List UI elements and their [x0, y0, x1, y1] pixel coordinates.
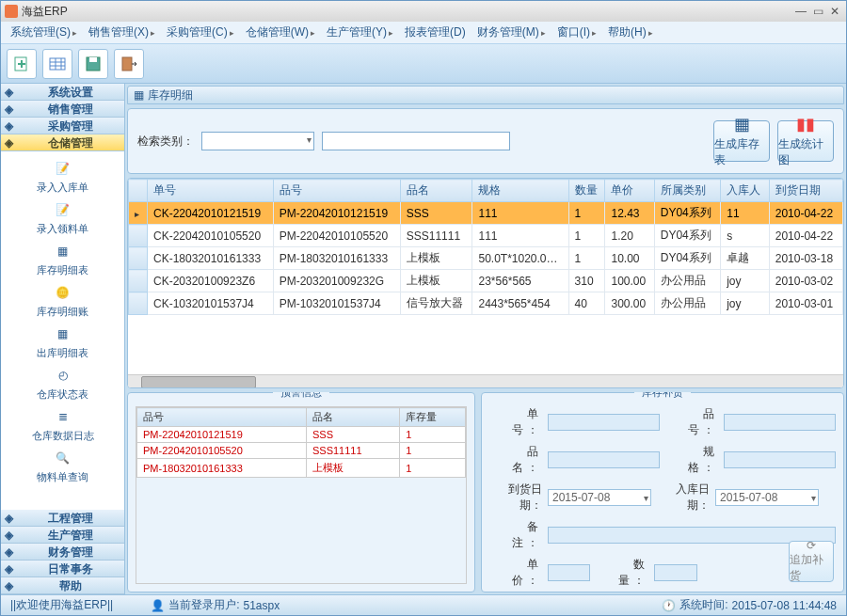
stock-date-picker[interactable]: 2015-07-08 — [715, 489, 819, 506]
alert-row[interactable]: PM-18032010161333上模板1 — [137, 459, 466, 478]
sidebar-item-仓库状态表[interactable]: ◴仓库状态表 — [37, 364, 88, 402]
sidebar-item-出库明细表[interactable]: ▦出库明细表 — [37, 323, 88, 360]
sidebar-header-财务管理[interactable]: ◈财务管理 — [1, 544, 124, 561]
content-area: ◈系统设置◈销售管理◈采购管理◈仓储管理 📝录入入库单📝录入领料单▦库存明细表🪙… — [1, 84, 846, 594]
menu-item-1[interactable]: 销售管理(X)▸ — [83, 24, 161, 40]
sidebar-item-仓库数据日志[interactable]: ≣仓库数据日志 — [32, 405, 94, 443]
doc-edit-icon: 📝 — [50, 157, 76, 180]
col-规格[interactable]: 规格 — [472, 180, 568, 202]
status-user: 51aspx — [244, 599, 280, 612]
beizhu-label: 备 注： — [489, 519, 542, 551]
table-row[interactable]: CK-22042010121519PM-22042010121519SSS111… — [129, 202, 843, 225]
clock-icon: 🕐 — [662, 599, 676, 612]
sidebar-body: 📝录入入库单📝录入领料单▦库存明细表🪙库存明细账▦出库明细表◴仓库状态表≣仓库数… — [1, 151, 124, 510]
menu-item-5[interactable]: 报表管理(D) — [399, 24, 471, 40]
panel-title-bar: ▦ 库存明细 — [127, 86, 844, 104]
toolbar-save-button[interactable] — [78, 49, 108, 79]
main-panel: ▦ 库存明细 检索类别： ▦ 生成库存表 ▮▮ 生成统计图 单号品号品名规格数量… — [125, 84, 846, 594]
sidebar-header-生产管理[interactable]: ◈生产管理 — [1, 527, 124, 544]
table-row[interactable]: CK-10320101537J4PM-10320101537J4信号放大器244… — [129, 292, 843, 315]
horizontal-scrollbar[interactable] — [128, 374, 843, 387]
guige-label: 规 格： — [665, 444, 718, 476]
menu-item-3[interactable]: 仓储管理(W)▸ — [240, 24, 321, 40]
sidebar-header-日常事务[interactable]: ◈日常事务 — [1, 561, 124, 577]
sidebar-header-销售管理[interactable]: ◈销售管理 — [1, 101, 124, 118]
col-品号[interactable]: 品号 — [273, 180, 400, 202]
table-row[interactable]: CK-20320100923Z6PM-203201009232G上模板23*56… — [129, 270, 843, 292]
menu-item-2[interactable]: 采购管理(C)▸ — [161, 24, 240, 40]
sidebar-item-录入领料单[interactable]: 📝录入领料单 — [37, 198, 88, 236]
danjia-label: 单 价： — [489, 557, 542, 589]
sidebar-header-系统设置[interactable]: ◈系统设置 — [1, 84, 124, 101]
danhao-input[interactable] — [548, 414, 660, 431]
alert-groupbox: 预警信息 品号品名库存量PM-22042010121519SSS1PM-2204… — [127, 392, 475, 592]
col-数量[interactable]: 数量 — [568, 180, 605, 202]
alert-row[interactable]: PM-22042010121519SSS1 — [137, 427, 466, 443]
col-入库人[interactable]: 入库人 — [721, 180, 770, 202]
sidebar-item-库存明细表[interactable]: ▦库存明细表 — [37, 240, 88, 277]
chart-icon: ▮▮ — [796, 114, 815, 134]
menu-item-4[interactable]: 生产管理(Y)▸ — [321, 24, 399, 40]
qty-input[interactable] — [654, 564, 696, 581]
alert-row[interactable]: PM-22042010105520SSS111111 — [137, 443, 466, 459]
panel-title: 库存明细 — [148, 87, 193, 103]
add-restock-button[interactable]: ⟳ 追加补货 — [789, 541, 834, 582]
guige-input[interactable] — [724, 451, 836, 468]
ruku-label: 入库日期： — [657, 482, 710, 513]
status-welcome: ||欢迎使用海益ERP|| — [10, 597, 113, 613]
close-button[interactable]: ✕ — [827, 5, 842, 18]
sidebar-header-仓储管理[interactable]: ◈仓储管理 — [1, 134, 124, 151]
sidebar-header-采购管理[interactable]: ◈采购管理 — [1, 118, 124, 134]
search-type-combo[interactable] — [201, 132, 314, 150]
toolbar-new-button[interactable] — [7, 49, 37, 79]
menu-item-8[interactable]: 帮助(H)▸ — [602, 24, 659, 40]
table-row[interactable]: CK-18032010161333PM-18032010161333上模板50.… — [129, 247, 843, 270]
table-row[interactable]: CK-22042010105520PM-22042010105520SSS111… — [129, 225, 843, 247]
col-所属类别[interactable]: 所属类别 — [654, 180, 720, 202]
minimize-button[interactable]: — — [793, 5, 808, 18]
danhao-label: 单 号： — [489, 406, 542, 438]
sidebar-item-库存明细账[interactable]: 🪙库存明细账 — [37, 281, 88, 319]
generate-chart-button[interactable]: ▮▮ 生成统计图 — [777, 120, 834, 162]
arrival-date-picker[interactable]: 2015-07-08 — [548, 489, 651, 506]
restock-title: 库存补货 — [634, 392, 691, 400]
search-icon: 🔍 — [50, 447, 76, 469]
sidebar-item-录入入库单[interactable]: 📝录入入库单 — [37, 157, 88, 195]
col-单号[interactable]: 单号 — [148, 180, 274, 202]
sidebar-header-帮助[interactable]: ◈帮助 — [1, 577, 124, 594]
refresh-icon: ⟳ — [807, 539, 816, 552]
toolbar-table-button[interactable] — [42, 49, 72, 79]
pinhao-input[interactable] — [724, 414, 836, 431]
sidebar-header-工程管理[interactable]: ◈工程管理 — [1, 510, 124, 527]
sidebar: ◈系统设置◈销售管理◈采购管理◈仓储管理 📝录入入库单📝录入领料单▦库存明细表🪙… — [1, 84, 125, 594]
svg-rect-1 — [50, 58, 65, 70]
toolbar — [1, 44, 846, 84]
grid-icon: ▦ — [734, 114, 750, 134]
pinming-input[interactable] — [548, 451, 660, 468]
menu-item-6[interactable]: 财务管理(M)▸ — [471, 24, 551, 40]
sidebar-item-物料单查询[interactable]: 🔍物料单查询 — [37, 447, 88, 484]
grid-header-row: 单号品号品名规格数量单价所属类别入库人到货日期 — [129, 180, 843, 202]
shuliang-label: 数 量： — [596, 557, 648, 589]
coins-icon: 🪙 — [50, 281, 76, 304]
col-单价[interactable]: 单价 — [605, 180, 654, 202]
maximize-button[interactable]: ▭ — [810, 5, 825, 18]
alert-title: 预警信息 — [273, 392, 329, 400]
col-到货日期[interactable]: 到货日期 — [769, 180, 842, 202]
menu-item-7[interactable]: 窗口(I)▸ — [551, 24, 602, 40]
status-bar: ||欢迎使用海益ERP|| 👤 当前登录用户: 51aspx 🕐 系统时间: 2… — [1, 594, 846, 615]
title-bar: 海益ERP — ▭ ✕ — [1, 1, 846, 22]
pie-icon: ◴ — [50, 364, 76, 387]
daohuo-label: 到货日期： — [489, 482, 542, 513]
lines-icon: ≣ — [50, 405, 76, 428]
doc-edit-icon: 📝 — [50, 198, 76, 221]
generate-table-button[interactable]: ▦ 生成库存表 — [713, 120, 770, 162]
price-input[interactable] — [548, 564, 590, 581]
pinming-label: 品 名： — [489, 444, 542, 476]
col-品名[interactable]: 品名 — [400, 180, 472, 202]
toolbar-exit-button[interactable] — [114, 49, 144, 79]
menu-item-0[interactable]: 系统管理(S)▸ — [5, 24, 83, 40]
svg-rect-4 — [122, 57, 132, 71]
status-user-label: 当前登录用户: — [168, 597, 239, 613]
search-text-input[interactable] — [322, 132, 510, 150]
